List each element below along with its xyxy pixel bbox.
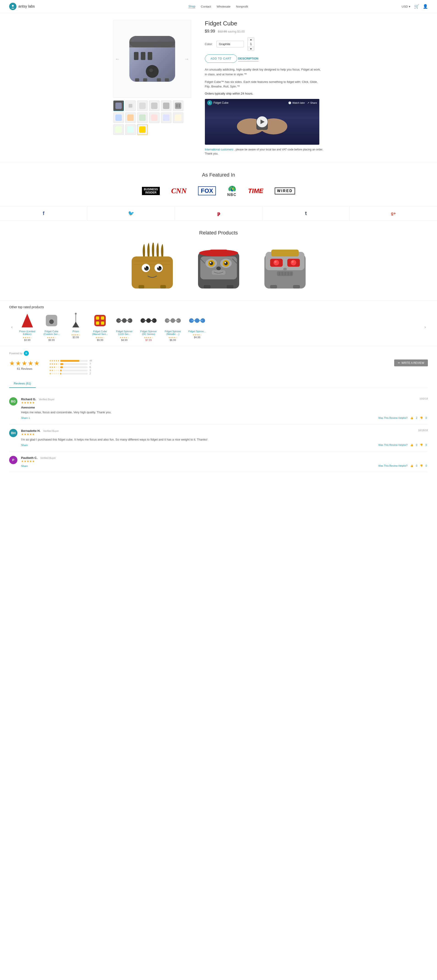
item-name[interactable]: Fidget Spinner (Metallic ...) (162, 330, 183, 336)
reviews-summary: ★★★★★ 61 Reviews ★★★★★ 44 ★★★★☆ 7 ★★★☆☆ (9, 360, 428, 375)
review-content-1: Richard G. Verified Buyer 10/2/18 ★★★★★ … (21, 397, 428, 420)
intl-customers-link[interactable]: International customers (205, 148, 234, 151)
thumbnail-1[interactable] (125, 100, 136, 111)
list-item[interactable]: Fidget Spinne... ★★★★☆ $4.99 (187, 313, 207, 341)
list-item[interactable]: Fidget Spinner (Metallic ...) ★★★★☆ $6.9… (162, 313, 183, 341)
savings-text: saving $3.00 (228, 30, 245, 33)
tumblr-icon: t (305, 210, 307, 216)
list-item[interactable]: Prism ★★★★☆ $3.99 (65, 313, 86, 341)
thumbnail-9[interactable] (149, 113, 160, 123)
nav-shop[interactable]: Shop (188, 5, 195, 8)
svg-rect-24 (127, 115, 134, 121)
add-to-cart-button[interactable]: ADD TO CART (205, 54, 237, 63)
review-tabs: Reviews (61) (9, 379, 428, 388)
helpful-yes-icon[interactable]: 👍 (410, 417, 413, 419)
related-product-groot[interactable] (122, 243, 182, 291)
color-select[interactable]: Graphite Black Blue Green Red White (216, 41, 244, 48)
svg-rect-95 (101, 317, 104, 320)
thumbnail-3[interactable] (149, 100, 160, 111)
list-item[interactable]: Fidget Spinner (DC Series) ★★★★☆ $7.99 (138, 313, 159, 341)
review-share-2[interactable]: Share (21, 444, 28, 447)
helpful-no-icon[interactable]: 👎 (420, 465, 423, 467)
svg-rect-26 (151, 115, 157, 121)
list-item[interactable]: Fidget Spinner (LED Ser... ★★★★☆ $4.99 (114, 313, 135, 341)
review-share-3[interactable]: Share (21, 465, 28, 467)
thumbnail-11[interactable] (173, 113, 183, 123)
video-play-overlay[interactable] (205, 99, 319, 145)
item-name[interactable]: Prism (Limited Edition) (17, 330, 38, 336)
qty-increase-button[interactable]: ▲ (248, 38, 254, 41)
reviewer-badge-1: Verified Buyer (39, 398, 54, 401)
svg-rect-14 (115, 103, 122, 109)
facebook-share-button[interactable]: f (0, 206, 87, 221)
cart-icon[interactable]: 🛒 (414, 4, 419, 9)
item-name[interactable]: Prism (65, 330, 86, 333)
qty-decrease-button[interactable]: ▼ (248, 47, 254, 51)
item-name[interactable]: Fidget Cube (Marvel Seri... (90, 330, 110, 336)
thumbnail-8[interactable] (137, 113, 148, 123)
star-label-2: ★★☆☆☆ (49, 369, 58, 372)
nav-nonprofit[interactable]: Nonprofit (236, 5, 248, 8)
related-products-section: Related Products (0, 221, 437, 301)
svg-point-59 (210, 262, 211, 263)
write-review-button[interactable]: ✏ WRITE A REVIEW (394, 360, 428, 366)
thumbnail-6[interactable] (113, 113, 124, 123)
pinterest-share-button[interactable]: 𝐩 (175, 206, 262, 221)
play-button[interactable] (257, 116, 268, 127)
related-product-rocket[interactable] (189, 243, 248, 291)
svg-rect-69 (271, 250, 299, 256)
carousel-next-arrow[interactable]: › (422, 324, 428, 330)
review-content-2: Bernadette H. Verified Buyer 10/18/18 ★★… (21, 429, 428, 447)
list-item[interactable]: Fidget Cube (Marvel Seri... ★★★★☆ $9.99 (90, 313, 110, 341)
tab-reviews[interactable]: Reviews (61) (9, 379, 36, 388)
svg-point-57 (210, 261, 213, 265)
thumbnail-12[interactable] (113, 124, 124, 135)
thumbnail-13[interactable] (125, 124, 136, 135)
item-name[interactable]: Fidget Cube (Custom Ser... (41, 330, 62, 336)
prev-image-arrow[interactable]: ← (115, 56, 120, 62)
svg-rect-83 (270, 285, 277, 288)
next-image-arrow[interactable]: → (184, 56, 189, 62)
tumblr-share-button[interactable]: t (262, 206, 350, 221)
thumbnail-10[interactable] (161, 113, 172, 123)
currency-selector[interactable]: USD ▾ (402, 5, 410, 8)
review-helpful-2: Was This Review Helpful? 👍 0 👎 0 (378, 444, 428, 447)
svg-rect-62 (212, 270, 226, 275)
helpful-no-icon[interactable]: 👎 (420, 417, 423, 419)
svg-rect-51 (210, 250, 228, 254)
thumbnail-7[interactable] (125, 113, 136, 123)
top-rated-carousel: ‹ Prism (Limited Edition) ★★★★☆ $3.99 Fi… (9, 313, 428, 341)
reviewer-badge-3: Verified Buyer (40, 457, 56, 459)
user-icon[interactable]: 👤 (423, 4, 428, 9)
twitter-share-button[interactable]: 🐦 (87, 206, 175, 221)
thumbnail-5[interactable] (173, 100, 183, 111)
item-name[interactable]: Fidget Spinne... (187, 330, 207, 333)
svg-point-103 (146, 318, 151, 323)
item-name[interactable]: Fidget Spinner (LED Ser... (114, 330, 135, 336)
carousel-prev-arrow[interactable]: ‹ (9, 324, 15, 330)
logo[interactable]: antsy labs (9, 3, 35, 10)
play-triangle-icon (261, 119, 265, 124)
item-name[interactable]: Fidget Spinner (DC Series) (138, 330, 159, 336)
thumbnail-2[interactable] (137, 100, 148, 111)
thumbnail-0[interactable] (113, 100, 124, 111)
helpful-yes-icon[interactable]: 👍 (410, 465, 413, 467)
list-item[interactable]: Fidget Cube (Custom Ser... ★★★★☆ $9.99 (41, 313, 62, 341)
list-item[interactable]: Prism (Limited Edition) ★★★★☆ $3.99 (17, 313, 38, 341)
thumbnail-14[interactable] (137, 124, 148, 135)
helpful-no-icon[interactable]: 👎 (420, 444, 423, 446)
nav-contact[interactable]: Contact (201, 5, 211, 8)
helpful-yes-icon[interactable]: 👍 (410, 444, 413, 446)
nav-wholesale[interactable]: Wholesale (216, 5, 230, 8)
thumbnail-4[interactable] (161, 100, 172, 111)
star-bar-1-outer (60, 373, 88, 375)
svg-rect-27 (163, 115, 169, 121)
related-product-starlord[interactable] (255, 243, 315, 291)
googleplus-share-button[interactable]: g+ (350, 206, 437, 221)
svg-rect-5 (134, 52, 138, 60)
review-share-1[interactable]: Share 1 (21, 417, 30, 419)
star-row-3: ★★★☆☆ 6 (49, 366, 92, 368)
item-stars: ★★★★☆ (41, 336, 62, 339)
product-video[interactable]: A Fidget Cube 🕐 Watch later ↗ Share (205, 99, 319, 145)
product-info: Fidget Cube $9.99 $12.99 saving $3.00 Co… (205, 20, 324, 156)
